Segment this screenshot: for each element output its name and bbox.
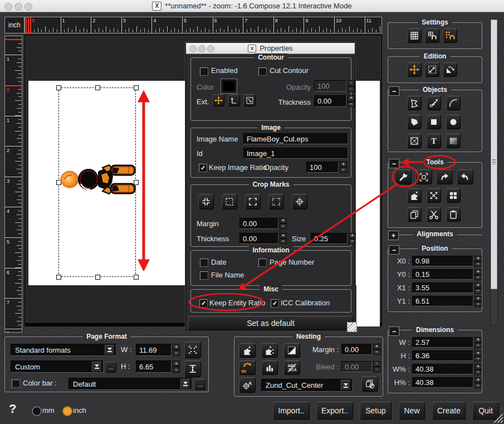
image-opacity-input[interactable] (306, 162, 339, 173)
selection-handle-sw[interactable] (56, 275, 61, 280)
transform-button[interactable] (427, 188, 441, 203)
scrollbar-thumb[interactable] (491, 20, 497, 289)
color-bar-dropdown[interactable]: Default (68, 378, 192, 390)
wrench-tool-button[interactable] (395, 169, 412, 184)
ext-move-button[interactable] (212, 94, 224, 106)
slant-button[interactable] (443, 62, 457, 77)
cropmark-dashed-corners-button[interactable] (268, 194, 284, 209)
contour-color-swatch[interactable] (221, 79, 237, 94)
cut-profile-dropdown[interactable]: Zund_Cut_Center (261, 379, 353, 392)
mm-radio[interactable] (32, 406, 42, 416)
move-button[interactable] (407, 62, 422, 77)
alignments-expand-toggle[interactable]: + (388, 231, 399, 240)
position-input[interactable] (412, 269, 473, 280)
image-name-input[interactable] (243, 133, 348, 144)
position-collapse-toggle[interactable]: − (389, 245, 399, 255)
contour-enabled-checkbox[interactable] (200, 67, 208, 76)
import-button[interactable]: Import.. (273, 402, 310, 420)
dimensions-input[interactable] (412, 337, 473, 348)
ext-corner-button[interactable] (228, 94, 240, 106)
image-opacity-spinner[interactable]: +− (340, 162, 347, 173)
text-button[interactable] (427, 134, 441, 148)
dialog-close-button[interactable] (189, 45, 197, 52)
plugin-button[interactable] (407, 188, 422, 203)
icc-calibration-checkbox[interactable]: ✓ (271, 299, 279, 308)
color-bar-more-button[interactable]: ... (194, 379, 205, 390)
redo-button[interactable] (436, 169, 453, 184)
dialog-zoom-button[interactable] (207, 45, 214, 52)
selection-handle-ne[interactable] (134, 85, 139, 90)
stats-button[interactable] (261, 360, 278, 375)
cropmark-dashed-button[interactable] (222, 194, 237, 209)
rotate90-button[interactable]: 90 (239, 360, 256, 375)
polygon-button[interactable] (407, 96, 422, 110)
copy-button[interactable] (407, 207, 422, 222)
custom-format-dropdown[interactable]: Custom (11, 360, 104, 373)
dimensions-spinner[interactable]: +− (474, 350, 482, 361)
dimensions-collapse-toggle[interactable]: − (389, 326, 399, 336)
no-text-button[interactable] (283, 360, 300, 375)
paste-button[interactable] (446, 207, 461, 222)
help-button[interactable]: ? (9, 402, 16, 416)
contour-opacity-spinner[interactable]: +− (348, 80, 355, 92)
position-input[interactable] (412, 282, 473, 293)
set-as-default-button[interactable]: Set as default (188, 316, 353, 330)
tools-collapse-toggle[interactable]: − (389, 159, 399, 168)
dimensions-input[interactable] (412, 350, 473, 361)
objects-collapse-toggle[interactable]: − (389, 86, 399, 96)
ruler-unit-box[interactable]: inch (4, 17, 25, 33)
dimensions-input[interactable] (412, 364, 473, 374)
dialog-minimize-button[interactable] (198, 45, 205, 52)
nesting-bleed-spinner[interactable]: +− (373, 361, 380, 372)
crop-thickness-input[interactable] (239, 233, 278, 244)
contour-thickness-spinner[interactable]: +− (348, 95, 355, 107)
snap-grid-button[interactable] (425, 28, 439, 43)
position-spinner[interactable]: +− (474, 269, 482, 280)
cropmark-brackets-button[interactable] (245, 194, 261, 209)
panel-scrollbar[interactable] (490, 19, 498, 325)
position-spinner[interactable]: +− (474, 296, 482, 306)
crop-size-spinner[interactable]: +− (349, 233, 356, 244)
contour-thickness-input[interactable] (314, 95, 346, 107)
color-bar-checkbox[interactable] (12, 379, 20, 388)
rectangle-button[interactable] (427, 115, 441, 129)
image-id-input[interactable] (243, 148, 348, 159)
nesting-bleed-input[interactable] (341, 361, 372, 372)
create-button[interactable]: Create (432, 402, 466, 420)
new-button[interactable]: New (399, 402, 425, 420)
position-input[interactable] (412, 256, 473, 266)
fit-height-button[interactable] (184, 360, 201, 377)
cropmark-cross-button[interactable] (198, 194, 214, 209)
date-checkbox[interactable] (200, 259, 208, 267)
inch-radio[interactable] (62, 406, 72, 416)
export-button[interactable]: Export.. (316, 402, 353, 420)
position-spinner[interactable]: +− (474, 256, 482, 266)
nesting-margin-spinner[interactable]: +− (373, 344, 380, 355)
tiles-button[interactable] (446, 188, 461, 203)
cut-contour-checkbox[interactable] (258, 67, 267, 76)
selection-handle-nw[interactable] (56, 85, 61, 90)
custom-format-more-button[interactable]: ... (105, 362, 116, 373)
page-h-input[interactable] (136, 360, 172, 373)
selection-handle-n[interactable] (95, 85, 100, 90)
file-name-checkbox[interactable] (200, 271, 208, 280)
window-resize-grip[interactable] (493, 413, 504, 424)
nesting-margin-input[interactable] (341, 344, 372, 355)
arc-button[interactable] (446, 96, 461, 110)
page-number-checkbox[interactable] (258, 259, 267, 267)
contour-opacity-input[interactable] (314, 80, 346, 92)
page-w-spinner[interactable]: +− (173, 344, 180, 356)
standard-formats-dropdown[interactable]: Standard formats (11, 344, 116, 356)
crop-thickness-spinner[interactable]: +− (280, 233, 287, 244)
selection-handle-s[interactable] (95, 275, 100, 280)
cut-button[interactable] (427, 207, 441, 222)
filled-polygon-button[interactable] (407, 115, 422, 129)
window-close-button[interactable] (4, 3, 12, 11)
marquee-button[interactable] (415, 169, 432, 184)
crop-margin-spinner[interactable]: +− (280, 218, 287, 229)
dimensions-spinner[interactable]: +− (474, 377, 482, 388)
ext-box-button[interactable] (243, 94, 256, 106)
image-frame-button[interactable] (407, 134, 422, 148)
crop-size-input[interactable] (311, 233, 348, 244)
setup-button[interactable]: Setup (360, 402, 392, 420)
